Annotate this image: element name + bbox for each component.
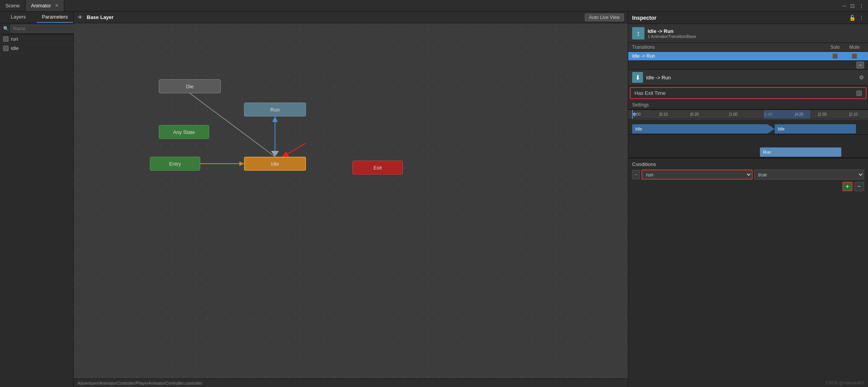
has-exit-time-row: Has Exit Time [630, 87, 866, 99]
conditions-footer: + − [632, 182, 864, 191]
file-path: Adventurer/AnimatorController/PlayerAnim… [77, 381, 202, 385]
state-any-state[interactable]: Any State [159, 125, 209, 139]
condition-minus-icon: − [632, 170, 640, 179]
lock-icon[interactable]: 🔓 [849, 15, 856, 21]
condition-value-select[interactable]: true [754, 170, 865, 180]
left-panel: Layers Parameters 🔍 + run idle [0, 12, 74, 387]
timeline-ruler: |0:00 |0:10 |0:20 |1:00 |1:40 |4:20 |2:0… [628, 110, 868, 119]
state-die[interactable]: Die [159, 79, 221, 93]
param-checkbox-run[interactable] [3, 36, 9, 42]
timeline-marker-0: |0:00 [632, 112, 641, 116]
param-checkbox-idle[interactable] [3, 46, 9, 51]
connections-svg [74, 23, 628, 378]
remove-transition-button[interactable]: − [856, 62, 864, 68]
transition-detail-title: Idle -> Run [646, 75, 856, 80]
remove-condition-button[interactable]: − [854, 182, 864, 191]
param-row-run: run [0, 34, 73, 44]
conditions-row: − run true [632, 170, 864, 180]
transitions-col-label: Transitions [632, 45, 825, 50]
timeline-marker-3: |1:00 [729, 112, 737, 116]
svg-marker-1 [271, 151, 279, 157]
transitions-col-mute: Mute [845, 45, 864, 50]
state-run[interactable]: Run [244, 103, 306, 116]
state-entry-label: Entry [169, 161, 181, 167]
transitions-footer: − [628, 61, 868, 70]
param-label-idle: idle [11, 45, 70, 51]
animator-tab[interactable]: Animator ✕ [26, 0, 64, 11]
state-idle[interactable]: Idle [244, 157, 306, 171]
tab-layers[interactable]: Layers [0, 12, 37, 23]
timeline-highlight-region [764, 110, 810, 119]
transition-detail-header: ⬇ Idle -> Run ⚙ [628, 70, 868, 86]
timeline-block-run: Run [760, 147, 841, 157]
close-icon[interactable]: ✕ [55, 3, 58, 8]
inspector-title: Inspector [632, 15, 846, 21]
tab-parameters[interactable]: Parameters [37, 12, 74, 23]
state-entry[interactable]: Entry [150, 157, 200, 171]
left-panel-tabs: Layers Parameters [0, 12, 73, 23]
base-layer-label: Base Layer [87, 14, 113, 20]
add-condition-button[interactable]: + [842, 182, 853, 191]
transitions-col-solo: Solo [825, 45, 845, 50]
timeline-content: Idle Idle Run [628, 119, 868, 158]
transition-detail-icon: ⬇ [632, 72, 643, 83]
transition-list-row[interactable]: Idle -> Run [628, 52, 868, 61]
transition-main-title: Idle -> Run [648, 28, 864, 34]
state-exit-label: Exit [373, 165, 382, 171]
transition-icon: ↕ [632, 27, 645, 39]
window-controls: ─ ⊡ ⋮ [842, 3, 868, 9]
animator-canvas: 👁 Base Layer Auto Live View [74, 12, 628, 387]
maximize-icon[interactable]: ⊡ [850, 3, 855, 9]
timeline-marker-6: |2:00 [818, 112, 827, 116]
transition-solo-cell [825, 53, 845, 59]
timeline-block-idle-1-label: Idle [635, 127, 642, 131]
has-exit-time-label: Has Exit Time [634, 90, 856, 96]
search-input[interactable] [10, 25, 74, 33]
minimize-icon[interactable]: ─ [842, 3, 846, 9]
more-icon[interactable]: ⋮ [859, 3, 864, 9]
timeline-marker-7: |2:10 [849, 112, 858, 116]
svg-line-6 [283, 143, 306, 157]
conditions-section: Conditions − run true + − [628, 158, 868, 194]
scene-tab[interactable]: Scene [0, 0, 26, 11]
timeline-marker-1: |0:10 [659, 112, 668, 116]
main-layout: Layers Parameters 🔍 + run idle 👁 Base La… [0, 12, 868, 387]
svg-marker-5 [272, 116, 278, 122]
transition-sub-title: 1 AnimatorTransitionBase [648, 34, 864, 39]
param-search-bar: 🔍 + [0, 23, 73, 34]
gear-icon[interactable]: ⚙ [859, 74, 864, 80]
state-any-label: Any State [173, 129, 195, 135]
timeline-block-idle-1: Idle [632, 124, 768, 134]
transition-mute-cell [845, 53, 864, 59]
visibility-icon[interactable]: 👁 [77, 14, 83, 21]
transitions-header: Transitions Solo Mute [628, 43, 868, 52]
timeline-marker-2: |0:20 [690, 112, 699, 116]
inspector-icons: 🔓 ⋮ [849, 15, 864, 21]
svg-marker-3 [239, 161, 244, 166]
has-exit-time-checkbox[interactable] [856, 91, 862, 96]
scene-tab-label: Scene [5, 3, 20, 9]
state-die-label: Die [186, 84, 194, 89]
timeline-block-idle-2: Idle [775, 124, 856, 134]
transition-info: ↕ Idle -> Run 1 AnimatorTransitionBase [628, 24, 868, 43]
state-exit[interactable]: Exit [352, 161, 403, 175]
timeline-block-arrow [768, 124, 775, 134]
settings-row: Settings [628, 101, 868, 110]
top-bar: Scene Animator ✕ ─ ⊡ ⋮ [0, 0, 868, 12]
inspector-header: Inspector 🔓 ⋮ [628, 12, 868, 24]
inspector-panel: Inspector 🔓 ⋮ ↕ Idle -> Run 1 AnimatorTr… [628, 12, 868, 387]
canvas-area[interactable]: Die Run Any State Entry Idle Exit [74, 23, 628, 378]
auto-live-button[interactable]: Auto Live View [585, 14, 624, 21]
condition-param-select[interactable]: run [641, 170, 753, 180]
conditions-label: Conditions [632, 161, 864, 167]
transition-row-label: Idle -> Run [632, 53, 825, 59]
search-icon: 🔍 [3, 26, 9, 31]
timeline-row-idle: Idle Idle [628, 123, 868, 135]
timeline-separator [632, 119, 868, 120]
animator-tab-label: Animator [31, 3, 51, 9]
animator-header: 👁 Base Layer Auto Live View [74, 12, 628, 23]
more-options-icon[interactable]: ⋮ [859, 15, 864, 21]
transition-solo-checkbox[interactable] [832, 53, 838, 59]
arrow-icon: ↕ [637, 29, 640, 38]
transition-mute-checkbox[interactable] [852, 53, 857, 59]
